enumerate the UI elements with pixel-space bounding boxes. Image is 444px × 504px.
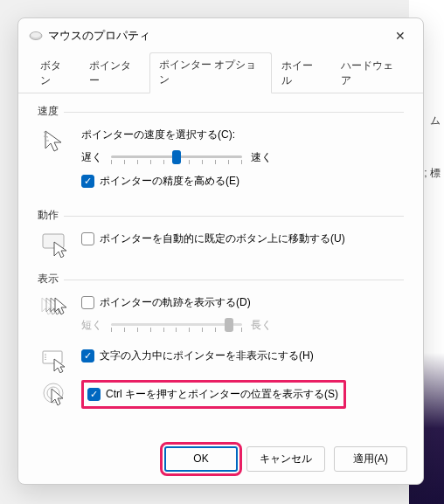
speed-group-label: 速度 xyxy=(38,104,404,119)
dialog-buttons: OK キャンセル 適用(A) xyxy=(18,438,423,484)
trails-length-slider xyxy=(111,315,242,335)
hide-typing-checkbox[interactable] xyxy=(81,349,94,362)
motion-group-label: 動作 xyxy=(38,208,404,223)
ok-button[interactable]: OK xyxy=(164,446,238,472)
display-group-label: 表示 xyxy=(38,272,404,287)
snap-to-label: ポインターを自動的に既定のボタン上に移動する(U) xyxy=(100,231,345,246)
enhance-precision-label: ポインターの精度を高める(E) xyxy=(100,174,239,189)
ctrl-locate-checkbox[interactable] xyxy=(87,388,101,401)
pointer-speed-slider[interactable] xyxy=(111,148,242,167)
cancel-button[interactable]: キャンセル xyxy=(246,446,325,472)
trails-icon xyxy=(41,295,71,342)
dialog-title: マウスのプロパティ xyxy=(48,28,386,44)
tab-pointer[interactable]: ポインター xyxy=(80,53,149,93)
speed-cursor-icon xyxy=(41,128,71,194)
apply-button[interactable]: 適用(A) xyxy=(334,446,407,472)
enhance-precision-checkbox[interactable] xyxy=(81,175,94,188)
tab-wheel[interactable]: ホイール xyxy=(272,53,331,93)
svg-point-1 xyxy=(31,32,41,38)
trails-label: ポインターの軌跡を表示する(D) xyxy=(100,295,251,310)
motion-group: 動作 ポインターを自動的に既定のボタン上に移動する(U) xyxy=(38,208,404,259)
close-button[interactable]: ✕ xyxy=(386,25,414,46)
trails-checkbox[interactable] xyxy=(81,296,94,309)
snap-to-icon xyxy=(41,231,71,258)
bg-text: ; 標 xyxy=(424,166,441,181)
display-group: 表示 ポインターの軌跡を表示する(D) 短 xyxy=(38,272,404,411)
mouse-properties-dialog: マウスのプロパティ ✕ ボタン ポインター ポインター オプション ホイール ハ… xyxy=(17,17,424,485)
slow-label: 遅く xyxy=(81,150,102,165)
hide-typing-label: 文字の入力中にポインターを非表示にする(H) xyxy=(100,349,314,363)
hide-typing-icon xyxy=(41,349,71,373)
ctrl-locate-icon xyxy=(41,380,71,409)
tab-strip: ボタン ポインター ポインター オプション ホイール ハードウェア xyxy=(18,52,423,93)
trails-short-label: 短く xyxy=(81,318,102,333)
tab-pointer-options[interactable]: ポインター オプション xyxy=(149,52,272,93)
ctrl-locate-label: Ctrl キーを押すとポインターの位置を表示する(S) xyxy=(106,387,338,402)
tab-buttons[interactable]: ボタン xyxy=(31,53,80,93)
svg-rect-5 xyxy=(43,234,64,248)
mouse-icon xyxy=(29,29,43,43)
trails-long-label: 長く xyxy=(251,318,272,333)
ctrl-highlight: Ctrl キーを押すとポインターの位置を表示する(S) xyxy=(81,380,346,409)
snap-to-checkbox[interactable] xyxy=(81,232,94,245)
bg-text: ム xyxy=(430,114,441,128)
speed-label: ポインターの速度を選択する(C): xyxy=(81,128,404,142)
speed-group: 速度 ポインターの速度を選択する(C): 遅く xyxy=(38,104,404,196)
dialog-content: 速度 ポインターの速度を選択する(C): 遅く xyxy=(18,93,423,438)
fast-label: 速く xyxy=(251,150,272,165)
tab-hardware[interactable]: ハードウェア xyxy=(331,53,411,93)
titlebar: マウスのプロパティ ✕ xyxy=(18,18,423,52)
